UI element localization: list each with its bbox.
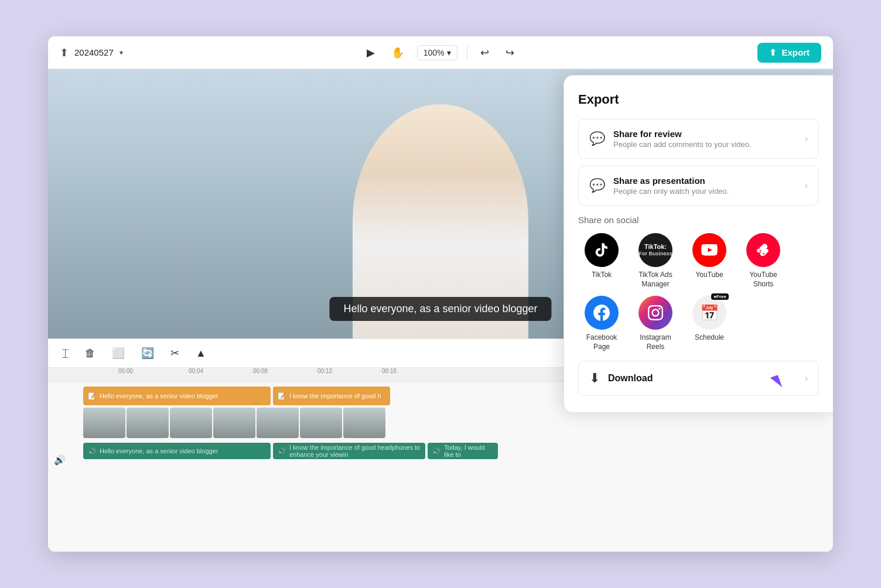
ruler-mark-3: 00:12 [317, 368, 332, 374]
zoom-chevron-icon: ▾ [447, 48, 451, 57]
hand-tool-button[interactable]: ✋ [388, 43, 408, 63]
header: ⬆ 20240527 ▾ ▶ ✋ 100% ▾ ↩ ↪ ⬆ Export [48, 36, 833, 69]
tiktok-ads-icon: TikTok: For Business [638, 233, 672, 267]
audio-icon-1: 🔊 [88, 447, 96, 455]
thumb-inner-2 [127, 408, 169, 438]
youtube-label: YouTube [695, 271, 723, 280]
video-thumb-1 [83, 408, 125, 438]
audio-label-3: Today, I would like to [444, 444, 493, 458]
divider [467, 46, 467, 60]
clip-text-1[interactable]: 📝 Hello everyone, as a senior video blog… [83, 387, 271, 405]
download-label: Download [608, 373, 797, 384]
instagram-label: Instagram Reels [632, 333, 679, 351]
export-button[interactable]: ⬆ Export [757, 43, 821, 63]
share-presentation-desc: People can only watch your video. [613, 187, 797, 196]
youtube-shorts-icon [746, 233, 780, 267]
clip-text-2[interactable]: 📝 I know the importance of good h [273, 387, 390, 405]
chevron-icon: ▾ [119, 49, 123, 57]
instagram-icon [638, 296, 672, 330]
redo-button[interactable]: ↪ [502, 43, 518, 63]
audio-clips-row: 🔊 Hello everyone, as a senior video blog… [83, 440, 833, 459]
social-item-tiktok-ads[interactable]: TikTok: For Business TikTok Ads Manager [632, 233, 679, 289]
share-review-title: Share for review [613, 129, 797, 139]
color-tool-button[interactable]: ▲ [191, 344, 211, 363]
audio-icon-2: 🔊 [278, 447, 286, 455]
tiktok-icon [585, 233, 619, 267]
upload-icon: ⬆ [60, 46, 69, 59]
social-item-youtube[interactable]: YouTube [686, 233, 733, 289]
share-presentation-icon: 💬 [589, 178, 605, 193]
subtitle-bar: Hello everyone, as a senior video blogge… [329, 297, 551, 321]
video-thumb-6 [300, 408, 342, 438]
thumb-inner-5 [257, 408, 299, 438]
video-thumb-4 [213, 408, 255, 438]
share-review-text: Share for review People can add comments… [613, 129, 797, 149]
audio-clip-1[interactable]: 🔊 Hello everyone, as a senior video blog… [83, 443, 271, 459]
social-item-youtube-shorts[interactable]: YouTube Shorts [740, 233, 787, 289]
flip-tool-button[interactable]: 🔄 [136, 343, 159, 363]
main-content: Hello everyone, as a senior video blogge… [48, 69, 833, 552]
share-presentation-option[interactable]: 💬 Share as presentation People can only … [578, 166, 819, 206]
share-review-arrow-icon: › [805, 134, 808, 144]
free-badge: ●Free [711, 293, 729, 300]
delete-tool-button[interactable]: 🗑 [80, 344, 100, 363]
share-review-icon: 💬 [589, 131, 605, 146]
zoom-control[interactable]: 100% ▾ [417, 45, 457, 60]
thumb-inner-7 [343, 408, 385, 438]
share-review-option[interactable]: 💬 Share for review People can add commen… [578, 119, 819, 159]
clip-text-2-label: I know the importance of good h [289, 392, 381, 399]
header-left: ⬆ 20240527 ▾ [60, 46, 123, 59]
audio-label-2: I know the importance of good headphones… [289, 444, 421, 458]
youtube-shorts-label: YouTube Shorts [740, 271, 787, 289]
audio-icon-3: 🔊 [432, 447, 440, 455]
share-presentation-text: Share as presentation People can only wa… [613, 176, 797, 196]
share-presentation-title: Share as presentation [613, 176, 797, 186]
video-thumb-7 [343, 408, 385, 438]
download-icon: ⬇ [589, 371, 600, 386]
split-tool-button[interactable]: ⌶ [57, 344, 73, 363]
audio-clip-3[interactable]: 🔊 Today, I would like to [428, 443, 498, 459]
thumb-inner-4 [213, 408, 255, 438]
undo-button[interactable]: ↩ [477, 43, 493, 63]
crop-tool-button[interactable]: ⬜ [107, 343, 129, 363]
ruler-mark-1: 00:04 [189, 368, 203, 374]
audio-label-1: Hello everyone, as a senior video blogge… [100, 447, 218, 454]
social-item-instagram[interactable]: Instagram Reels [632, 296, 679, 351]
schedule-icon: ●Free 📅 [692, 296, 726, 330]
project-name: 20240527 [74, 47, 114, 57]
thumb-inner-3 [170, 408, 212, 438]
tiktok-ads-label: TikTok Ads Manager [632, 271, 679, 289]
youtube-icon [692, 233, 726, 267]
app-window: ⬆ 20240527 ▾ ▶ ✋ 100% ▾ ↩ ↪ ⬆ Export [48, 36, 833, 552]
audio-clip-2[interactable]: 🔊 I know the importance of good headphon… [273, 443, 425, 459]
share-review-desc: People can add comments to your video. [613, 140, 797, 149]
calendar-icon: 📅 [700, 304, 719, 322]
social-grid: TikTok TikTok: For Business TikTok Ads M… [578, 233, 819, 351]
share-presentation-arrow-icon: › [805, 180, 808, 191]
tiktok-label: TikTok [592, 271, 612, 280]
download-option[interactable]: ⬇ Download › [578, 361, 819, 396]
export-panel: Export 💬 Share for review People can add… [564, 75, 833, 413]
video-thumb-3 [170, 408, 212, 438]
social-item-schedule[interactable]: ●Free 📅 Schedule [686, 296, 733, 351]
header-center: ▶ ✋ 100% ▾ ↩ ↪ [130, 43, 751, 63]
thumb-inner-6 [300, 408, 342, 438]
zoom-level: 100% [424, 48, 445, 57]
social-item-tiktok[interactable]: TikTok [578, 233, 625, 289]
share-social-label: Share on social [578, 215, 819, 225]
export-panel-title: Export [578, 92, 819, 107]
volume-icon[interactable]: 🔊 [54, 454, 66, 466]
video-thumb-5 [257, 408, 299, 438]
trim-tool-button[interactable]: ✂ [166, 343, 184, 363]
subtitle-text: Hello everyone, as a senior video blogge… [343, 303, 537, 314]
export-icon: ⬆ [769, 47, 777, 58]
thumb-inner-1 [83, 408, 125, 438]
play-tool-button[interactable]: ▶ [363, 43, 378, 63]
download-arrow-icon: › [805, 373, 808, 384]
facebook-label: Facebook Page [578, 333, 625, 351]
ruler-mark-2: 00:08 [253, 368, 268, 374]
clip-text-1-label: Hello everyone, as a senior video blogge… [100, 392, 218, 399]
export-label: Export [781, 47, 810, 57]
social-item-facebook[interactable]: Facebook Page [578, 296, 625, 351]
video-thumb-2 [127, 408, 169, 438]
